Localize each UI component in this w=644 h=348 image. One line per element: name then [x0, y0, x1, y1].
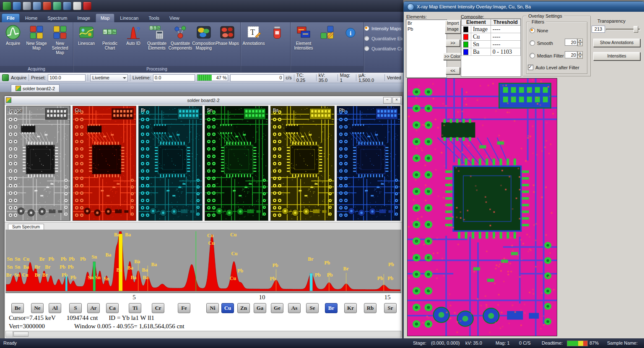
radio-icon[interactable]	[530, 40, 535, 46]
scrollbar-button[interactable]	[6, 331, 13, 337]
element-button-Ge[interactable]: Ge	[271, 303, 283, 313]
element-button-Be[interactable]: Be	[11, 303, 24, 313]
smooth-spinner[interactable]: 20 ▲▼	[565, 39, 583, 46]
tab-home[interactable]: Home	[21, 14, 42, 22]
spinner-arrows[interactable]: ▲▼	[577, 51, 583, 58]
move-left-button[interactable]: <<	[446, 67, 460, 74]
ribbon-button-element-intensities[interactable]: Element Intensities	[292, 24, 315, 50]
map-panel-br[interactable]: Br	[138, 106, 203, 221]
import-image-button[interactable]: Import Image	[445, 20, 461, 34]
element-button-Zn[interactable]: Zn	[237, 303, 250, 313]
mode-dropdown[interactable]: Livetime	[90, 74, 128, 81]
element-button-Cr[interactable]: Cr	[152, 303, 164, 313]
composite-overlay-image[interactable]	[407, 78, 557, 336]
radio-icon[interactable]	[364, 36, 369, 41]
tab-view[interactable]: View	[165, 14, 184, 22]
element-button-Ar[interactable]: Ar	[87, 303, 100, 313]
transparency-slider[interactable]	[606, 26, 640, 32]
map-panel-cu[interactable]: Cu	[73, 106, 137, 221]
map-panel-sn[interactable]: Sn	[205, 106, 269, 221]
table-row[interactable]: Image ----	[462, 26, 521, 33]
element-button-Kr[interactable]: Kr	[344, 303, 357, 313]
color-swatch[interactable]	[463, 42, 468, 47]
radio-icon[interactable]	[530, 28, 535, 33]
show-annotations-button[interactable]: Show Annotations	[593, 39, 640, 47]
filter-option-median[interactable]: Median Filter	[530, 53, 564, 58]
map-panel-image[interactable]: Image	[6, 106, 70, 221]
element-button-Al[interactable]: Al	[49, 303, 61, 313]
acquire-button[interactable]: Acquire	[11, 75, 26, 80]
sum-spectrum-tab[interactable]: Sum Spectrum	[8, 224, 44, 230]
tc-value[interactable]: TC: 0.25	[296, 73, 314, 83]
move-right-button[interactable]: >>	[446, 39, 460, 47]
ribbon-button-standards[interactable]	[265, 24, 289, 41]
available-elements-list[interactable]: Br Pb	[406, 19, 447, 78]
radio-icon[interactable]	[530, 53, 535, 58]
element-button-Rb[interactable]: Rb	[364, 303, 377, 313]
spin-down-icon[interactable]: ▼	[577, 42, 583, 46]
list-item[interactable]: Br	[408, 20, 445, 26]
color-button[interactable]: >> Color	[443, 53, 462, 60]
scrollbar-thumb[interactable]	[13, 332, 29, 337]
element-button-Ga[interactable]: Ga	[254, 303, 266, 313]
element-button-Ca[interactable]: Ca	[106, 303, 119, 313]
map-panel-ba[interactable]: Ba	[270, 106, 335, 221]
tab-tools[interactable]: Tools	[144, 14, 164, 22]
checkbox-icon[interactable]	[528, 65, 533, 70]
threshold-cell[interactable]: ----	[491, 41, 520, 48]
filter-option-none[interactable]: None	[530, 28, 548, 33]
spectrum-icon[interactable]	[3, 2, 11, 10]
median-spinner[interactable]: 20 ▲▼	[565, 51, 583, 58]
element-button-Ti[interactable]: Ti	[129, 303, 141, 313]
element-button-Se[interactable]: Se	[306, 303, 319, 313]
intensities-button[interactable]: Intensities	[593, 52, 640, 60]
ribbon-button-annotations[interactable]: TAnnotations	[242, 24, 265, 46]
chart-icon[interactable]	[43, 2, 51, 10]
tab-map[interactable]: Map	[96, 13, 114, 22]
radio-icon[interactable]	[364, 46, 369, 51]
color-swatch[interactable]	[463, 49, 468, 55]
ribbon-button-new-stage-map[interactable]: New Stage Map	[25, 24, 48, 50]
mag-value[interactable]: Mag: 1	[340, 73, 354, 83]
spinner-value[interactable]: 20	[565, 39, 577, 46]
ribbon-button-auto-id[interactable]: ?Auto ID	[122, 24, 145, 46]
overlay-titlebar[interactable]: X-ray Map Element Intensity Overlay:Imag…	[404, 2, 644, 12]
spin-up-icon[interactable]: ▲	[577, 51, 583, 55]
ribbon-button-linescan[interactable]: Linescan	[75, 24, 98, 46]
radio-icon[interactable]	[364, 26, 369, 31]
element-button-Ne[interactable]: Ne	[31, 303, 44, 313]
element-button-Br[interactable]: Br	[325, 303, 338, 313]
open-project-icon[interactable]	[13, 2, 21, 10]
ribbon-button-quantitate-elements[interactable]: HLiBeQuantitate Elements	[145, 24, 169, 50]
element-button-Fe[interactable]: Fe	[178, 303, 190, 313]
composite-table[interactable]: Element Threshold Image ---- Cu ---- Sn …	[461, 18, 521, 77]
ribbon-button-new-selected-map[interactable]: New Selected Map	[48, 24, 72, 55]
table-row[interactable]: Sn ----	[462, 41, 521, 48]
ribbon-button-quantitate-components[interactable]: Quantitate Components	[169, 24, 192, 50]
spinner-value[interactable]: 20	[565, 51, 577, 58]
tab-linescan[interactable]: Linescan	[115, 14, 143, 22]
threshold-cell[interactable]: 0 - 1103	[491, 48, 520, 56]
ribbon-button-composition-mapping[interactable]: Composition Mapping	[192, 24, 216, 50]
tab-spectrum[interactable]: Spectrum	[43, 14, 72, 22]
kv-value[interactable]: kV: 35.0	[319, 73, 335, 83]
auto-level-checkbox[interactable]: Auto Level after Filter	[528, 65, 579, 70]
ribbon-button-element-maps[interactable]: rect x="4" y="4" width="14" height="14" …	[315, 24, 339, 41]
threshold-cell[interactable]: ----	[491, 33, 520, 41]
view-option-0[interactable]: Intensity Maps	[364, 26, 402, 31]
minimize-button[interactable]: −	[383, 97, 392, 104]
mdi-titlebar[interactable]: solder board2-2 − ×	[5, 96, 402, 105]
save-icon[interactable]	[23, 2, 31, 10]
transparency-value[interactable]: 213	[592, 26, 605, 33]
spinner-arrows[interactable]: ▲▼	[577, 39, 583, 46]
document-tab[interactable]: solder board2-2	[11, 84, 60, 92]
ua-value[interactable]: µA: 1,500.0	[358, 73, 382, 83]
ribbon-button-info[interactable]: i	[339, 24, 362, 41]
ribbon-button-acquire[interactable]: Acquire	[1, 24, 25, 46]
threshold-cell[interactable]: ----	[491, 26, 520, 33]
element-button-Ni[interactable]: Ni	[206, 303, 219, 313]
map-panel-pb[interactable]: Pb	[337, 106, 401, 221]
tab-file[interactable]: File	[2, 13, 20, 22]
vacuum-state[interactable]: Vented	[387, 75, 401, 80]
table-row[interactable]: Cu ----	[462, 33, 521, 41]
